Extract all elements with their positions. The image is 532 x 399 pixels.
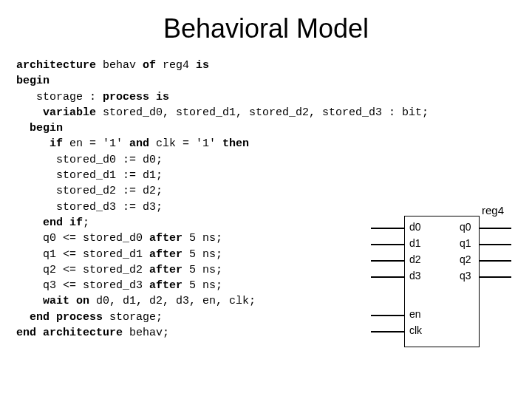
t: 5 ns; bbox=[183, 279, 222, 292]
pin-d1: d1 bbox=[409, 237, 421, 249]
kw: wait on bbox=[43, 295, 89, 307]
pin-q1: q1 bbox=[460, 237, 471, 249]
pin-q3: q3 bbox=[460, 270, 471, 282]
kw: and bbox=[129, 137, 149, 150]
kw: architecture bbox=[16, 59, 96, 72]
page-title: Behavioral Model bbox=[0, 13, 532, 44]
t: stored_d2 := d2; bbox=[16, 185, 163, 197]
t bbox=[16, 106, 43, 119]
t bbox=[16, 137, 50, 150]
t: q1 <= stored_d1 bbox=[16, 248, 149, 261]
wire-d0 bbox=[371, 228, 404, 229]
kw: process is bbox=[103, 91, 169, 103]
t: d0, d1, d2, d3, en, clk; bbox=[89, 295, 256, 307]
t: 5 ns; bbox=[183, 264, 222, 276]
pin-q0: q0 bbox=[460, 221, 471, 233]
t: 5 ns; bbox=[183, 248, 222, 261]
block-diagram: reg4 d0 d1 d2 d3 en clk q0 q1 q2 q3 bbox=[371, 207, 511, 347]
kw: begin bbox=[16, 75, 50, 87]
pin-clk: clk bbox=[409, 324, 422, 336]
kw: then bbox=[222, 137, 249, 150]
t: en = '1' bbox=[63, 137, 129, 150]
t bbox=[16, 295, 43, 307]
pin-d3: d3 bbox=[409, 270, 421, 282]
kw: end process bbox=[30, 311, 103, 324]
t bbox=[16, 311, 30, 324]
kw: is bbox=[196, 59, 209, 72]
t: behav bbox=[96, 59, 143, 72]
wire-d3 bbox=[371, 276, 404, 278]
t: stored_d1 := d1; bbox=[16, 169, 163, 182]
t: q3 <= stored_d3 bbox=[16, 279, 149, 292]
t: 5 ns; bbox=[183, 232, 222, 245]
t: behav; bbox=[123, 327, 169, 339]
t bbox=[16, 122, 30, 134]
t: q0 <= stored_d0 bbox=[16, 232, 149, 245]
reg4-label: reg4 bbox=[482, 204, 504, 216]
wire-clk bbox=[371, 331, 404, 332]
pin-q2: q2 bbox=[460, 253, 471, 265]
kw: of bbox=[143, 59, 156, 72]
t: stored_d0, stored_d1, stored_d2, stored_… bbox=[96, 106, 429, 119]
wire-d2 bbox=[371, 260, 404, 262]
t: reg4 bbox=[156, 59, 196, 72]
t: storage : bbox=[16, 91, 103, 103]
kw: begin bbox=[30, 122, 63, 134]
wire-q3 bbox=[479, 276, 511, 278]
wire-en bbox=[371, 315, 404, 316]
t bbox=[16, 216, 43, 229]
t: storage; bbox=[103, 311, 163, 324]
kw: after bbox=[149, 248, 183, 261]
t: ; bbox=[83, 216, 89, 229]
kw: end architecture bbox=[16, 327, 123, 339]
wire-d1 bbox=[371, 244, 404, 245]
wire-q2 bbox=[479, 260, 511, 262]
kw: after bbox=[149, 279, 183, 292]
kw: end if bbox=[43, 216, 83, 229]
pin-d2: d2 bbox=[409, 253, 421, 265]
kw: after bbox=[149, 232, 183, 245]
wire-q1 bbox=[479, 244, 511, 245]
kw: variable bbox=[43, 106, 96, 119]
pin-en: en bbox=[409, 308, 421, 320]
t: stored_d0 := d0; bbox=[16, 154, 163, 166]
wire-q0 bbox=[479, 228, 511, 229]
t: stored_d3 := d3; bbox=[16, 201, 163, 214]
t: q2 <= stored_d2 bbox=[16, 264, 149, 276]
kw: after bbox=[149, 264, 183, 276]
t: clk = '1' bbox=[149, 137, 222, 150]
pin-d0: d0 bbox=[409, 221, 421, 233]
kw: if bbox=[50, 137, 63, 150]
